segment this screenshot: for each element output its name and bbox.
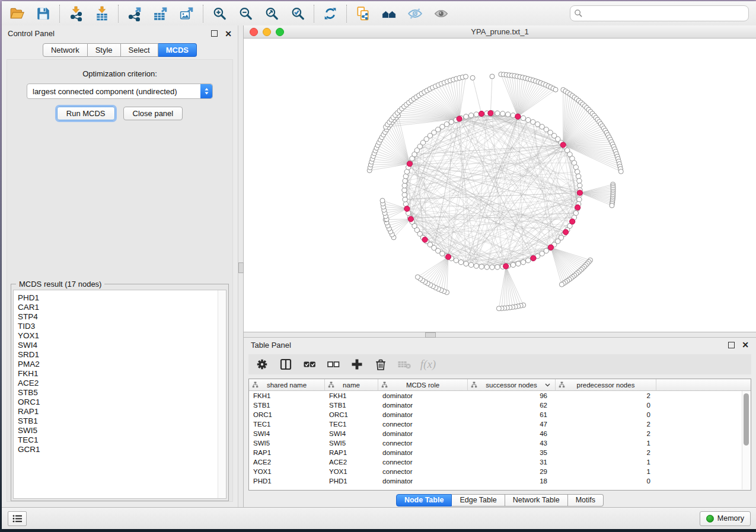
mcds-result-list[interactable]: PHD1CAR1STP4TID3YOX1SWI4SRD1PMA2FKH1ACE2… [13, 290, 227, 499]
column-header[interactable]: shared name [249, 379, 325, 391]
control-panel: Control Panel ✕ NetworkStyleSelectMCDS O… [2, 25, 238, 508]
column-header[interactable]: predecessor nodes [556, 379, 656, 391]
column-header[interactable]: successor nodes [468, 379, 556, 391]
export-table-button[interactable] [148, 4, 174, 24]
zoom-selected-button[interactable] [285, 4, 311, 24]
result-node[interactable]: SWI5 [18, 426, 226, 435]
result-node[interactable]: STB5 [18, 388, 226, 398]
table-row[interactable]: SWI5SWI5connector431 [249, 438, 751, 448]
network-canvas[interactable] [244, 39, 756, 332]
result-node[interactable]: ORC1 [18, 398, 226, 407]
select-all-button[interactable] [302, 357, 317, 372]
result-node[interactable]: SWI4 [18, 341, 226, 350]
import-table-button[interactable] [89, 4, 115, 24]
tab-style[interactable]: Style [88, 43, 121, 57]
optimization-criterion-select[interactable]: largest connected component (undirected) [27, 84, 213, 99]
result-node[interactable]: RAP1 [18, 407, 226, 416]
result-node[interactable]: STP4 [18, 312, 226, 322]
network-window-titlebar[interactable]: YPA_prune.txt_1 [244, 25, 756, 39]
zoom-out-icon [238, 6, 253, 21]
float-panel-icon[interactable] [728, 342, 735, 348]
apply-layout-button[interactable] [317, 4, 343, 24]
show-column-button[interactable] [278, 357, 294, 372]
close-panel-button[interactable]: Close panel [123, 107, 183, 120]
table-row[interactable]: TEC1TEC1connector472 [249, 419, 751, 429]
table-row[interactable]: YOX1YOX1connector291 [249, 467, 751, 476]
table-tab-edge-table[interactable]: Edge Table [452, 494, 505, 507]
table-mode-button[interactable] [254, 357, 270, 372]
control-panel-tabs: NetworkStyleSelectMCDS [2, 43, 238, 57]
column-header[interactable]: MCDS role [378, 379, 468, 391]
run-mcds-button[interactable]: Run MCDS [57, 107, 115, 120]
zoom-fit-button[interactable] [259, 4, 285, 24]
result-node[interactable]: GCR1 [18, 445, 226, 454]
result-node[interactable]: PMA2 [18, 360, 226, 369]
result-node[interactable]: STB1 [18, 416, 226, 426]
first-neighbors-button[interactable] [376, 4, 402, 24]
scrollbar-thumb[interactable] [744, 393, 749, 446]
fx-icon: f(x) [420, 358, 436, 371]
splitter-handle[interactable] [238, 262, 244, 273]
delete-table-button[interactable] [397, 357, 412, 372]
new-column-button[interactable] [349, 357, 365, 372]
select-stepper-icon [200, 84, 212, 98]
table-row[interactable]: STB1STB1dominator620 [249, 400, 751, 410]
show-all-button[interactable] [428, 4, 454, 24]
table-row[interactable]: SWI4SWI4dominator462 [249, 429, 751, 438]
selected-option: largest connected component (undirected) [27, 87, 200, 96]
save-session-button[interactable] [30, 4, 56, 24]
result-node[interactable]: ACE2 [18, 379, 226, 388]
task-history-button[interactable] [8, 511, 27, 526]
table-scrollbar[interactable] [742, 391, 750, 489]
column-header[interactable]: name [325, 379, 378, 391]
result-node[interactable]: TEC1 [18, 435, 226, 445]
table-row[interactable]: FKH1FKH1dominator962 [249, 391, 751, 400]
table-tab-network-table[interactable]: Network Table [505, 494, 568, 507]
table-row[interactable]: PHD1PHD1dominator180 [249, 476, 751, 486]
result-node[interactable]: YOX1 [18, 331, 226, 341]
memory-button[interactable]: Memory [700, 511, 751, 526]
vertical-splitter[interactable] [238, 25, 244, 508]
column-header-filler [656, 379, 751, 391]
hide-selected-button[interactable] [402, 4, 428, 24]
horizontal-splitter[interactable] [244, 332, 756, 338]
search-field[interactable] [570, 5, 749, 21]
result-node[interactable]: PHD1 [18, 293, 226, 303]
result-node[interactable]: CAR1 [18, 303, 226, 312]
memory-status-icon [706, 515, 714, 523]
export-network-button[interactable] [122, 4, 148, 24]
network-canvas-area[interactable] [244, 39, 756, 332]
table-row[interactable]: ACE2ACE2connector311 [249, 457, 751, 467]
import-network-icon [68, 6, 84, 21]
close-panel-icon[interactable]: ✕ [742, 342, 749, 348]
function-builder-button[interactable]: f(x) [420, 357, 436, 372]
result-node[interactable]: FKH1 [18, 369, 226, 379]
table-tab-motifs[interactable]: Motifs [568, 494, 604, 507]
zoom-out-button[interactable] [232, 4, 259, 24]
tab-mcds[interactable]: MCDS [158, 43, 197, 57]
open-file-button[interactable] [4, 4, 30, 24]
tab-network[interactable]: Network [43, 43, 88, 57]
clone-network-button[interactable] [350, 4, 376, 24]
splitter-handle[interactable] [425, 332, 436, 338]
export-image-icon [179, 6, 194, 21]
search-input[interactable] [583, 8, 745, 18]
import-network-button[interactable] [63, 4, 89, 24]
zoom-in-button[interactable] [206, 4, 232, 24]
table-row[interactable]: RAP1RAP1dominator352 [249, 448, 751, 457]
result-node[interactable]: SRD1 [18, 350, 226, 360]
zoom-in-icon [212, 6, 227, 21]
deselect-all-button[interactable] [326, 357, 341, 372]
delete-column-button[interactable] [373, 357, 388, 372]
result-list-scrollbar[interactable] [218, 290, 226, 498]
export-image-button[interactable] [174, 4, 200, 24]
table-tab-node-table[interactable]: Node Table [396, 494, 452, 507]
toolbar-separator [118, 5, 119, 23]
close-panel-icon[interactable]: ✕ [225, 31, 232, 37]
result-node[interactable]: TID3 [18, 322, 226, 331]
float-panel-icon[interactable] [211, 30, 218, 37]
eye-slash-icon [407, 6, 423, 21]
tab-select[interactable]: Select [121, 43, 158, 57]
table-row[interactable]: ORC1ORC1dominator610 [249, 410, 751, 419]
eye-icon [433, 6, 449, 21]
